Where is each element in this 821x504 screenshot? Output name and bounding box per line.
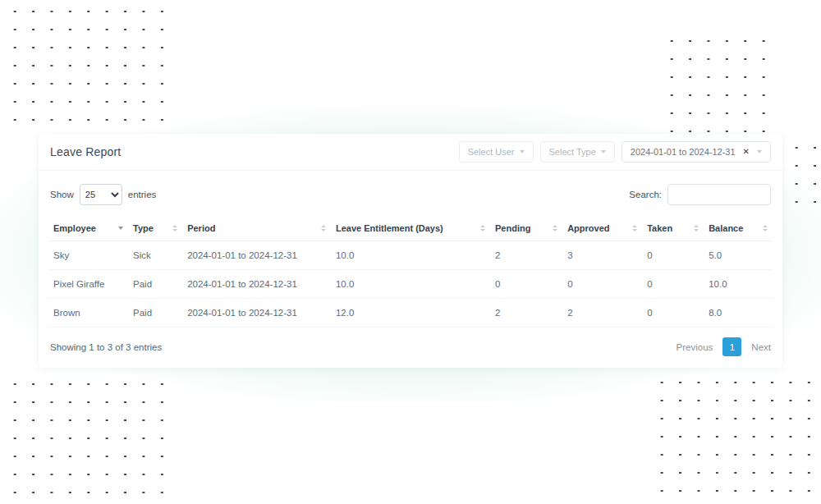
column-header-employee[interactable]: Employee [48, 215, 128, 241]
dot-grid-pattern [0, 0, 179, 131]
cell-period: 2024-01-01 to 2024-12-31 [182, 270, 331, 299]
entries-label: entries [128, 190, 157, 199]
table-toolbar: Show 25 entries Search: [39, 171, 782, 215]
leave-table: Employee Type Period Leave Entitlement (… [48, 215, 773, 328]
cell-approved: 3 [562, 241, 642, 270]
cell-type: Paid [128, 270, 182, 299]
cell-entitlement: 10.0 [331, 270, 490, 299]
chevron-down-icon [757, 150, 762, 153]
show-label: Show [50, 190, 74, 199]
date-range-select[interactable]: 2024-01-01 to 2024-12-31 ✕ [621, 141, 771, 163]
table-footer: Showing 1 to 3 of 3 entries Previous 1 N… [39, 328, 782, 368]
select-user-label: Select User [468, 147, 515, 157]
cell-balance: 10.0 [704, 270, 773, 299]
table-row: Brown Paid 2024-01-01 to 2024-12-31 12.0… [48, 299, 773, 328]
cell-entitlement: 12.0 [331, 299, 490, 328]
cell-taken: 0 [642, 241, 704, 270]
column-header-entitlement[interactable]: Leave Entitlement (Days) [331, 215, 490, 241]
select-type-dropdown[interactable]: Select Type [540, 141, 615, 163]
select-type-label: Select Type [549, 147, 596, 157]
pagination: Previous 1 Next [677, 337, 771, 356]
sort-icon [480, 225, 485, 231]
page-title: Leave Report [50, 145, 121, 158]
page-length-control: Show 25 entries [50, 184, 156, 205]
dot-grid-pattern [782, 136, 819, 213]
page-1-button[interactable]: 1 [722, 337, 741, 356]
cell-taken: 0 [642, 299, 704, 328]
column-header-period[interactable]: Period [182, 215, 331, 241]
column-header-balance[interactable]: Balance [704, 215, 773, 241]
search-label: Search: [629, 190, 662, 199]
leave-report-card: Leave Report Select User Select Type 202… [39, 134, 782, 368]
table-row: Sky Sick 2024-01-01 to 2024-12-31 10.0 2… [48, 241, 773, 270]
column-header-taken[interactable]: Taken [642, 215, 704, 241]
dot-grid-pattern [0, 373, 176, 504]
column-header-pending[interactable]: Pending [490, 215, 562, 241]
sort-icon [321, 225, 326, 231]
chevron-down-icon [601, 150, 606, 153]
cell-period: 2024-01-01 to 2024-12-31 [182, 299, 331, 328]
page-length-select[interactable]: 25 [80, 184, 122, 205]
sort-icon [632, 225, 637, 231]
cell-balance: 5.0 [704, 241, 773, 270]
cell-pending: 2 [490, 241, 562, 270]
card-header: Leave Report Select User Select Type 202… [39, 134, 782, 171]
clear-icon[interactable]: ✕ [743, 148, 750, 156]
cell-balance: 8.0 [704, 299, 773, 328]
cell-period: 2024-01-01 to 2024-12-31 [182, 241, 331, 270]
table-header-row: Employee Type Period Leave Entitlement (… [48, 215, 773, 241]
cell-type: Paid [128, 299, 182, 328]
filter-bar: Select User Select Type 2024-01-01 to 20… [459, 141, 771, 163]
leave-table-wrap: Employee Type Period Leave Entitlement (… [39, 215, 782, 328]
column-header-approved[interactable]: Approved [562, 215, 642, 241]
cell-approved: 0 [562, 270, 642, 299]
column-header-type[interactable]: Type [128, 215, 182, 241]
search-control: Search: [629, 184, 771, 205]
cell-approved: 2 [562, 299, 642, 328]
cell-employee: Sky [48, 241, 128, 270]
select-user-dropdown[interactable]: Select User [459, 141, 534, 163]
sort-icon [553, 225, 557, 231]
previous-button[interactable]: Previous [677, 342, 713, 352]
sort-icon [763, 225, 768, 231]
cell-employee: Brown [48, 299, 128, 328]
cell-pending: 0 [490, 270, 562, 299]
search-input[interactable] [667, 184, 771, 205]
dot-grid-pattern [647, 371, 821, 504]
entries-info: Showing 1 to 3 of 3 entries [50, 342, 162, 352]
cell-employee: Pixel Giraffe [48, 270, 128, 299]
dot-grid-pattern [0, 131, 11, 174]
cell-entitlement: 10.0 [331, 241, 490, 270]
sort-icon [172, 225, 177, 231]
cell-pending: 2 [490, 299, 562, 328]
dot-grid-pattern [657, 30, 780, 133]
cell-type: Sick [128, 241, 182, 270]
next-button[interactable]: Next [751, 342, 771, 352]
cell-taken: 0 [642, 270, 704, 299]
table-row: Pixel Giraffe Paid 2024-01-01 to 2024-12… [48, 270, 773, 299]
date-range-value: 2024-01-01 to 2024-12-31 [631, 147, 736, 157]
sort-desc-icon [118, 227, 123, 230]
sort-icon [694, 225, 699, 231]
chevron-down-icon [520, 150, 525, 153]
